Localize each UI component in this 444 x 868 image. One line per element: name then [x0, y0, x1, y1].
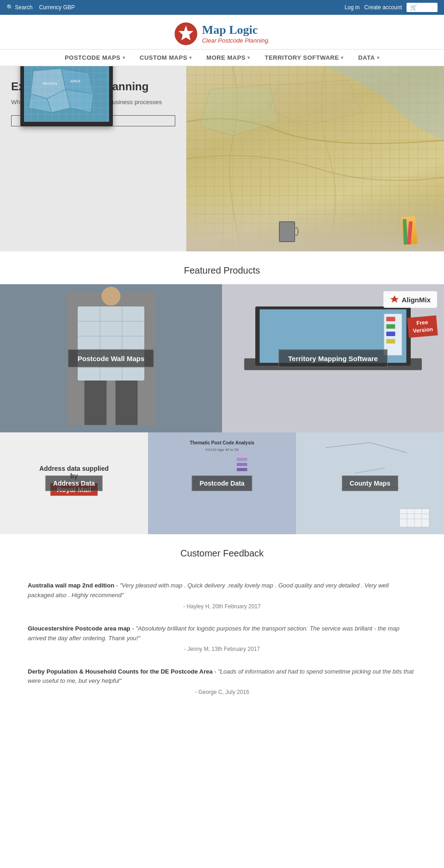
free-version-badge: Free Version [407, 315, 438, 338]
svg-rect-61 [237, 463, 247, 466]
feedback-product-1: Gloucestershire Postcode area map [28, 625, 130, 632]
currency-selector[interactable]: Currency GBP [39, 4, 74, 11]
product-label-address: Address Data [45, 475, 103, 491]
svg-rect-60 [237, 458, 247, 461]
featured-item-territory[interactable]: AlignMix Free Version Territory Mapping … [222, 284, 444, 432]
alignmix-icon [390, 295, 399, 304]
monitor-screen: REGION AREA [24, 66, 109, 122]
featured-section-title: Featured Products [0, 251, 444, 284]
svg-marker-4 [61, 69, 93, 94]
currency-label: Currency [39, 4, 62, 11]
feedback-product-2: Derby Population & Household Counts for … [28, 668, 213, 675]
nav-arrow-territory: ▾ [341, 55, 344, 60]
svg-rect-59 [237, 453, 247, 456]
svg-rect-46 [386, 317, 395, 321]
featured-products-grid: Postcode Wall Maps [0, 284, 444, 432]
svg-rect-62 [237, 468, 247, 471]
cart-button[interactable]: 🛒 0 Cart [407, 3, 438, 12]
svg-marker-5 [29, 94, 52, 112]
svg-marker-3 [31, 69, 66, 99]
logo-text: Map Logic Clear Postcode Planning. [202, 24, 270, 44]
feedback-item-2: Derby Population & Household Counts for … [28, 667, 416, 697]
nav-arrow-custom: ▾ [189, 55, 192, 60]
product-item-county[interactable]: County Maps [296, 432, 444, 534]
product-label-postcode-data: Postcode Data [191, 475, 252, 491]
cart-icon: 🛒 [410, 4, 417, 11]
nav-territory-software[interactable]: TERRITORY SOFTWARE ▾ [257, 50, 351, 66]
feedback-item-1: Gloucestershire Postcode area map - "Abs… [28, 624, 416, 654]
alignmix-logo-badge: AlignMix [383, 291, 438, 308]
svg-rect-47 [386, 324, 395, 329]
product-label-county: County Maps [342, 475, 398, 491]
product-row-2: Address data supplied by Royal Mail Addr… [0, 432, 444, 534]
feedback-author-1: - Jenny M, 13th February 2017 [28, 645, 416, 654]
svg-text:AREA: AREA [70, 79, 80, 83]
nav-more-maps[interactable]: MORE MAPS ▾ [199, 50, 257, 66]
product-item-postcode-data[interactable]: Thematic Post Code Analysis KS102 Age 45… [148, 432, 296, 534]
top-bar: 🔍 Search Currency GBP Log in Create acco… [0, 0, 444, 15]
svg-rect-23 [78, 306, 144, 381]
monitor-illustration: REGION AREA [20, 66, 113, 126]
nav-data[interactable]: DATA ▾ [351, 50, 387, 66]
currency-code: GBP [63, 4, 74, 11]
feedback-product-0: Australia wall map 2nd edition [28, 582, 114, 589]
register-link[interactable]: Create account [364, 4, 402, 11]
svg-rect-34 [116, 381, 138, 425]
hero-banner: Expert Postcode Planning Why Postcodes a… [0, 66, 444, 251]
main-nav: POSTCODE MAPS ▾ CUSTOM MAPS ▾ MORE MAPS … [0, 49, 444, 66]
svg-marker-6 [47, 89, 70, 112]
top-bar-left: 🔍 Search Currency GBP [6, 4, 75, 11]
featured-label-territory: Territory Mapping Software [278, 350, 388, 368]
svg-point-35 [102, 287, 121, 306]
feedback-author-0: - Hayley H, 20th February 2017 [28, 602, 416, 611]
feedback-section: Australia wall map 2nd edition - "Very p… [0, 567, 444, 728]
svg-marker-50 [390, 295, 399, 303]
nav-custom-maps[interactable]: CUSTOM MAPS ▾ [132, 50, 199, 66]
svg-text:KS102 Age 45 to 59: KS102 Age 45 to 59 [205, 448, 239, 452]
svg-rect-48 [386, 331, 395, 336]
product-item-address[interactable]: Address data supplied by Royal Mail Addr… [0, 432, 148, 534]
feedback-item-0: Australia wall map 2nd edition - "Very p… [28, 581, 416, 611]
svg-rect-49 [386, 339, 395, 343]
svg-text:REGION: REGION [43, 81, 57, 86]
hero-text-area: Expert Postcode Planning Why Postcodes a… [0, 66, 186, 251]
nav-postcode-maps[interactable]: POSTCODE MAPS ▾ [57, 50, 132, 66]
svg-rect-33 [84, 381, 106, 425]
svg-marker-20 [270, 80, 362, 126]
nav-arrow-data: ▾ [377, 55, 380, 60]
hero-map-area [186, 66, 444, 251]
nav-arrow-more: ▾ [247, 55, 250, 60]
featured-item-postcode-wall[interactable]: Postcode Wall Maps [0, 284, 222, 432]
feedback-author-2: - George C, July 2016 [28, 688, 416, 697]
svg-marker-7 [66, 89, 93, 112]
svg-marker-19 [200, 85, 279, 136]
feedback-section-title: Customer Feedback [0, 534, 444, 567]
top-bar-right: Log in Create account 🛒 0 Cart [345, 3, 438, 12]
nav-arrow-postcode: ▾ [123, 55, 125, 60]
search-icon: 🔍 [6, 4, 13, 11]
logo-icon [174, 22, 197, 45]
login-link[interactable]: Log in [345, 4, 360, 11]
svg-rect-2 [24, 66, 109, 122]
featured-label-postcode-wall: Postcode Wall Maps [68, 350, 154, 368]
svg-text:Thematic Post Code Analysis: Thematic Post Code Analysis [190, 440, 254, 445]
hero-map-background [186, 66, 444, 251]
site-header: Map Logic Clear Postcode Planning. [0, 15, 444, 49]
search-link[interactable]: 🔍 Search [6, 4, 32, 11]
logo[interactable]: Map Logic Clear Postcode Planning. [174, 22, 270, 45]
